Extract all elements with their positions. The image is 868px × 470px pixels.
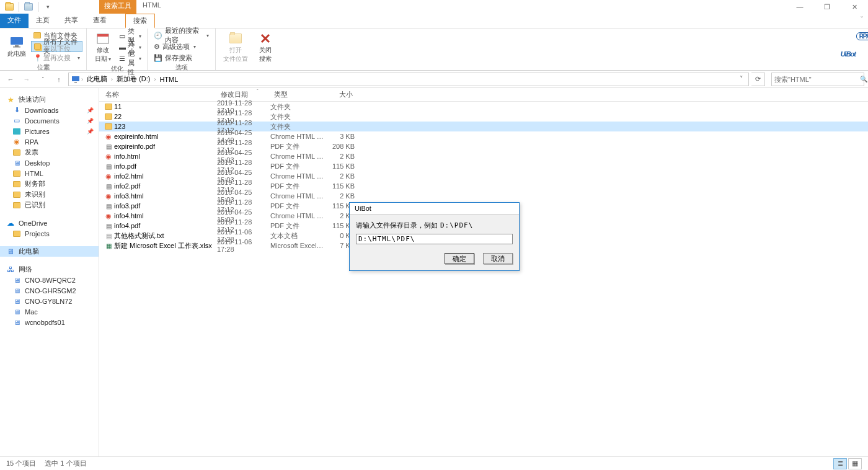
ribbon-collapse-button[interactable]: ˇ [856,14,868,28]
nav-item[interactable]: HTML [0,168,99,179]
file-type-icon [103,123,114,130]
nav-item[interactable]: 已识别 [0,200,99,210]
file-name: info3.html [114,192,217,200]
qat-properties-icon[interactable] [22,1,35,12]
col-size[interactable]: 大小 [324,90,357,99]
file-size: 2 KB [324,192,357,200]
nav-item[interactable]: ◉RPA [0,136,99,147]
ok-button[interactable]: 确定 [445,253,474,264]
nav-item[interactable]: Pictures📌 [0,126,99,136]
nav-item-icon: 🖥 [12,297,21,306]
nav-item[interactable]: 🖥CNO-GHR5GM2 [0,285,99,296]
file-type: Chrome HTML D... [270,153,324,160]
cancel-button[interactable]: 取消 [483,253,513,264]
nav-quick-access[interactable]: ★快速访问 [0,94,99,105]
advanced-options-dropdown[interactable]: ⚙高级选项 [151,41,211,52]
back-button[interactable]: ← [4,73,17,86]
nav-network[interactable]: 🖧网络 [0,264,99,275]
nav-item[interactable]: 🖥CNO-8WFQRC2 [0,275,99,285]
file-type-icon: ◉ [103,133,114,141]
save-search-button[interactable]: 💾保存搜索 [151,52,211,63]
file-name: 123 [114,123,217,130]
col-date[interactable]: 修改日期 [217,90,270,99]
nav-item-label: Desktop [25,159,50,167]
file-row[interactable]: ◉info3.html2018-04-25 15:03Chrome HTML D… [99,191,868,201]
col-type[interactable]: 类型 [270,90,324,99]
close-button[interactable]: ✕ [841,0,868,14]
nav-item[interactable]: 发票 [0,147,99,157]
file-row[interactable]: ◉info2.html2018-04-25 15:03Chrome HTML D… [99,171,868,181]
minimize-button[interactable]: — [786,0,813,14]
recent-locations-button[interactable]: ˅ [36,73,50,86]
nav-item[interactable]: 🖥wcnobpdfs01 [0,317,99,327]
file-name: info.pdf [114,162,217,170]
tab-share[interactable]: 共享 [57,14,86,28]
nav-item-label: 发票 [25,148,38,157]
open-file-location-button[interactable]: 打开 文件位置 [219,30,252,64]
col-name[interactable]: 名称 [99,90,217,99]
file-row[interactable]: ▤info2.pdf2019-11-28 17:12PDF 文件115 KB [99,181,868,191]
path-dropdown-button[interactable]: ˅ [737,75,746,83]
group-label: 优化 [91,64,143,74]
file-name: expireinfo.html [114,133,217,140]
file-type-icon: ◉ [103,153,114,161]
close-search-button[interactable]: 关闭 搜索 [253,30,278,64]
search-again-dropdown[interactable]: 📍在以下位置再次搜索 [31,52,82,63]
qat-folder-icon[interactable] [2,1,16,12]
folder-icon [34,43,41,50]
file-row[interactable]: ▤expireinfo.pdf2019-11-28 17:12PDF 文件208… [99,141,868,151]
breadcrumb-item[interactable]: HTML [157,76,180,83]
tab-home[interactable]: 主页 [29,14,57,28]
file-row[interactable]: ◉expireinfo.html2018-04-25 14:49Chrome H… [99,131,868,141]
other-props-dropdown[interactable]: ☰其他属性 [117,53,144,64]
modify-date-button[interactable]: 修改 日期 [91,30,115,64]
dialog-path-input[interactable] [356,234,513,244]
search-input[interactable] [774,76,860,83]
breadcrumb-item[interactable]: 此电脑 [84,74,110,84]
file-row[interactable]: 222019-11-28 17:10文件夹 [99,112,868,122]
nav-item[interactable]: Projects [0,228,99,239]
nav-item[interactable]: 🖥Desktop [0,157,99,168]
file-type-icon: ◉ [103,212,114,220]
status-selected-count: 选中 1 个项目 [45,459,86,468]
file-name: info3.pdf [114,202,217,210]
nav-onedrive[interactable]: ☁OneDrive [0,218,99,228]
view-details-button[interactable]: ≣ [833,458,847,469]
nav-item[interactable]: ▭Documents📌 [0,115,99,126]
nav-item-label: Documents [25,117,60,125]
nav-item[interactable]: ⬇Downloads📌 [0,105,99,115]
refresh-button[interactable]: ⟳ [751,73,765,86]
file-type-icon [103,113,114,120]
nav-item-label: 财务部 [25,179,45,188]
file-date: 2019-11-06 17:28 [217,238,270,253]
main-content: ★快速访问 ⬇Downloads📌▭Documents📌Pictures📌◉RP… [0,88,868,456]
up-button[interactable]: ↑ [52,73,66,86]
search-box[interactable]: 🔍 [771,73,864,86]
tab-view[interactable]: 查看 [86,14,114,28]
file-row[interactable]: ◉info.html2018-04-25 15:03Chrome HTML D.… [99,151,868,161]
svg-rect-5 [72,76,79,81]
file-row[interactable]: ▤info.pdf2019-11-28 17:12PDF 文件115 KB [99,161,868,171]
forward-button[interactable]: → [20,73,33,86]
file-row[interactable]: 1232019-11-28 17:12文件夹 [99,122,868,131]
navigation-pane[interactable]: ★快速访问 ⬇Downloads📌▭Documents📌Pictures📌◉RP… [0,88,99,456]
file-row[interactable]: 112019-11-28 17:10文件夹 [99,102,868,112]
qat-customize-icon[interactable]: ▾ [41,1,55,12]
nav-item[interactable]: 🖥CNO-GY8LN72 [0,296,99,306]
nav-item[interactable]: 未识别 [0,189,99,200]
nav-item-label: 已识别 [25,200,45,210]
tab-file[interactable]: 文件 [0,14,29,28]
nav-item[interactable]: 财务部 [0,179,99,189]
sort-indicator-icon: ˇ [257,88,259,94]
recent-searches-dropdown[interactable]: 🕘最近的搜索内容 [151,30,211,41]
nav-item[interactable]: 🖥Mac [0,306,99,317]
nav-item-icon: ▭ [12,117,21,125]
file-type: Chrome HTML D... [270,212,324,219]
breadcrumb-bar[interactable]: › 此电脑 › 新加卷 (D:) › HTML ˅ [68,73,749,86]
maximize-button[interactable]: ❐ [813,0,841,14]
nav-item-icon [12,229,21,238]
search-icon[interactable]: 🔍 [860,76,867,82]
this-pc-button[interactable]: 此电脑 [4,33,30,60]
nav-this-pc[interactable]: 🖥此电脑 [0,246,99,257]
view-thumbnails-button[interactable]: ▦ [848,458,862,469]
